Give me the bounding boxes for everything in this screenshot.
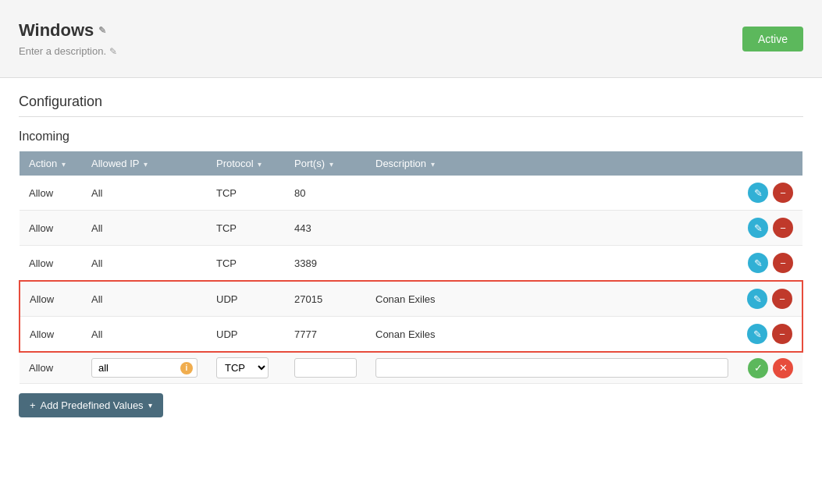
col-header-action[interactable]: Action ▾ (20, 151, 82, 176)
row-action: Allow (20, 246, 82, 282)
table-row: Allow All UDP 27015 Conan Exiles ✎ − (20, 281, 802, 317)
new-row-ip[interactable]: i (82, 352, 207, 384)
col-header-ip[interactable]: Allowed IP ▾ (82, 151, 207, 176)
incoming-title: Incoming (19, 130, 803, 144)
row-action: Allow (20, 281, 82, 317)
sort-icon-action: ▾ (62, 160, 66, 169)
plus-icon: + (30, 399, 36, 411)
row-action: Allow (20, 211, 82, 246)
table-row: Allow All TCP 443 ✎ − (20, 211, 802, 246)
add-predefined-label: Add Predefined Values (41, 399, 144, 411)
edit-button[interactable]: ✎ (747, 324, 767, 344)
ports-input[interactable] (294, 358, 357, 378)
title-edit-icon[interactable]: ✎ (98, 25, 106, 36)
row-description (366, 176, 738, 211)
row-ports: 3389 (285, 246, 366, 282)
row-description: Conan Exiles (366, 281, 738, 317)
row-ip: All (82, 281, 207, 317)
header-left: Windows ✎ Enter a description. ✎ (19, 20, 117, 57)
row-ports: 7777 (285, 317, 366, 353)
table-header: Action ▾ Allowed IP ▾ Protocol ▾ Port(s)… (20, 151, 802, 176)
caret-icon: ▾ (148, 401, 152, 410)
row-ports: 80 (285, 176, 366, 211)
page-title: Windows ✎ (19, 20, 117, 41)
description-edit-icon[interactable]: ✎ (109, 46, 117, 57)
row-ip: All (82, 176, 207, 211)
remove-button[interactable]: − (773, 253, 793, 273)
row-protocol: TCP (207, 211, 285, 246)
sort-icon-ip: ▾ (144, 160, 148, 169)
edit-button[interactable]: ✎ (748, 253, 768, 273)
edit-button[interactable]: ✎ (748, 218, 768, 238)
row-action-buttons: ✎ − (738, 246, 802, 282)
row-action: Allow (20, 317, 82, 353)
main-content: Configuration Incoming Action ▾ Allowed … (0, 78, 822, 433)
row-ip: All (82, 246, 207, 282)
protocol-select[interactable]: TCPUDPICMP (216, 357, 269, 378)
new-row-ports[interactable] (285, 352, 366, 384)
remove-button[interactable]: − (772, 289, 792, 309)
table-row: Allow All TCP 80 ✎ − (20, 176, 802, 211)
remove-button[interactable]: − (772, 324, 792, 344)
sort-icon-description: ▾ (431, 160, 435, 169)
row-protocol: UDP (207, 281, 285, 317)
new-row-action: Allow (20, 352, 82, 384)
firewall-table: Action ▾ Allowed IP ▾ Protocol ▾ Port(s)… (19, 151, 803, 384)
cancel-button[interactable]: ✕ (773, 358, 793, 378)
sort-icon-protocol: ▾ (258, 160, 262, 169)
edit-button[interactable]: ✎ (748, 183, 768, 203)
col-header-actions (738, 151, 802, 176)
configuration-title: Configuration (19, 94, 803, 117)
row-ports: 443 (285, 211, 366, 246)
col-header-ports[interactable]: Port(s) ▾ (285, 151, 366, 176)
active-button[interactable]: Active (742, 27, 803, 51)
description-input[interactable] (375, 358, 728, 378)
new-row-protocol[interactable]: TCPUDPICMP (207, 352, 285, 384)
new-row-description[interactable] (366, 352, 738, 384)
row-ports: 27015 (285, 281, 366, 317)
new-row-action-buttons: ✓ ✕ (738, 352, 802, 384)
row-protocol: TCP (207, 246, 285, 282)
description-text: Enter a description. (19, 45, 106, 57)
row-action-buttons: ✎ − (738, 176, 802, 211)
row-action: Allow (20, 176, 82, 211)
title-text: Windows (19, 20, 94, 41)
remove-button[interactable]: − (773, 218, 793, 238)
confirm-button[interactable]: ✓ (748, 358, 768, 378)
table-body: Allow All TCP 80 ✎ − Allow All TCP 443 ✎… (20, 176, 802, 384)
row-ip: All (82, 211, 207, 246)
row-ip: All (82, 317, 207, 353)
col-header-protocol[interactable]: Protocol ▾ (207, 151, 285, 176)
row-action-buttons: ✎ − (738, 281, 802, 317)
sort-icon-ports: ▾ (329, 160, 333, 169)
info-icon: i (180, 362, 193, 374)
page-description: Enter a description. ✎ (19, 45, 117, 57)
add-predefined-button[interactable]: + Add Predefined Values ▾ (19, 393, 163, 417)
remove-button[interactable]: − (773, 183, 793, 203)
row-description (366, 246, 738, 282)
edit-button[interactable]: ✎ (747, 289, 767, 309)
col-header-description[interactable]: Description ▾ (366, 151, 738, 176)
row-description (366, 211, 738, 246)
table-row: Allow All TCP 3389 ✎ − (20, 246, 802, 282)
row-action-buttons: ✎ − (738, 317, 802, 353)
table-row: Allow All UDP 7777 Conan Exiles ✎ − (20, 317, 802, 353)
row-protocol: TCP (207, 176, 285, 211)
row-protocol: UDP (207, 317, 285, 353)
page-header: Windows ✎ Enter a description. ✎ Active (0, 0, 822, 78)
new-rule-row: Allow i TCPUDPICMP ✓ ✕ (20, 352, 802, 384)
row-description: Conan Exiles (366, 317, 738, 353)
row-action-buttons: ✎ − (738, 211, 802, 246)
